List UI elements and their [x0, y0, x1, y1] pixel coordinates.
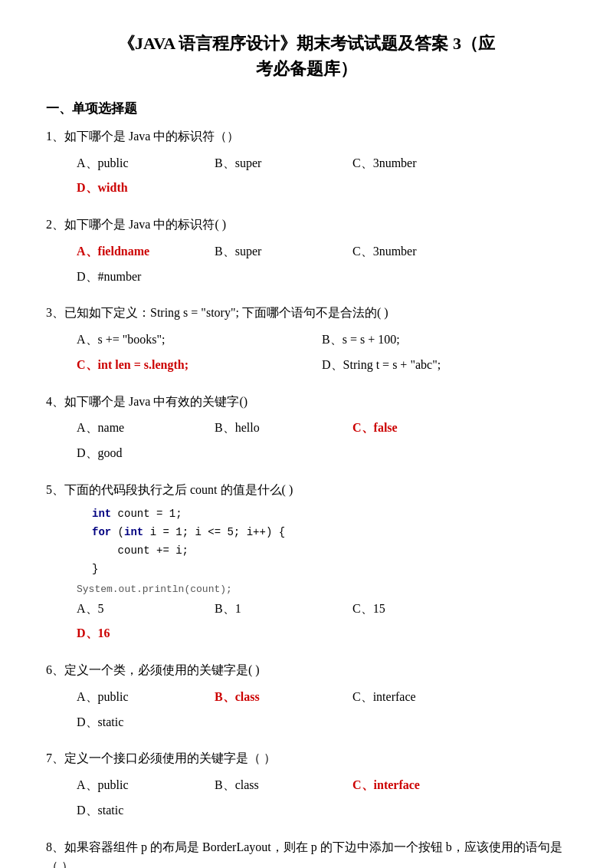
- q5-options: A、5 B、1 C、15 D、16: [46, 598, 567, 646]
- q5-optC: C、15: [352, 598, 490, 620]
- q4-optB: B、hello: [215, 417, 352, 439]
- section-title: 一、单项选择题: [46, 100, 567, 117]
- question-4: 4、如下哪个是 Java 中有效的关键字() A、name B、hello C、…: [46, 392, 567, 465]
- q5-optB: B、1: [215, 598, 352, 620]
- question-3: 3、已知如下定义：String s = "story"; 下面哪个语句不是合法的…: [46, 303, 567, 376]
- q6-optC: C、interface: [352, 686, 490, 709]
- q1-optB: B、super: [215, 153, 352, 175]
- q7-optD: D、static: [77, 800, 215, 822]
- q5-text: 5、下面的代码段执行之后 count 的值是什么( ): [46, 480, 567, 500]
- q6-optD: D、static: [77, 712, 215, 734]
- q5-optA: A、5: [77, 598, 215, 620]
- q4-options: A、name B、hello C、false D、good: [46, 417, 567, 465]
- q3-text: 3、已知如下定义：String s = "story"; 下面哪个语句不是合法的…: [46, 303, 567, 323]
- q4-optC: C、false: [352, 417, 490, 439]
- q2-optB: B、super: [215, 241, 352, 263]
- q2-optD: D、#number: [77, 266, 215, 288]
- q7-optA: A、public: [77, 774, 215, 797]
- question-2: 2、如下哪个是 Java 中的标识符( ) A、fieldname B、supe…: [46, 215, 567, 288]
- q7-text: 7、定义一个接口必须使用的关键字是（ ）: [46, 748, 567, 768]
- question-5: 5、下面的代码段执行之后 count 的值是什么( ) int count = …: [46, 480, 567, 645]
- q7-options: A、public B、class C、interface D、static: [46, 774, 567, 822]
- q3-optC: C、int len = s.length;: [77, 354, 322, 376]
- page-title: 《JAVA 语言程序设计》期末考试试题及答案 3（应 考必备题库）: [46, 31, 567, 81]
- q5-optD: D、16: [77, 623, 215, 645]
- q1-optA: A、public: [77, 153, 215, 175]
- q6-options: A、public B、class C、interface D、static: [46, 686, 567, 734]
- q1-text: 1、如下哪个是 Java 中的标识符（）: [46, 127, 567, 146]
- q4-text: 4、如下哪个是 Java 中有效的关键字(): [46, 392, 567, 412]
- q2-optA: A、fieldname: [77, 241, 215, 263]
- q2-text: 2、如下哪个是 Java 中的标识符( ): [46, 215, 567, 235]
- q4-optD: D、good: [77, 442, 215, 465]
- question-1: 1、如下哪个是 Java 中的标识符（） A、public B、super C、…: [46, 127, 567, 199]
- q2-options: A、fieldname B、super C、3number D、#number: [46, 241, 567, 288]
- q6-optB: B、class: [215, 686, 352, 709]
- q2-optC: C、3number: [352, 241, 490, 263]
- q1-optD: D、width: [77, 177, 215, 199]
- q4-optA: A、name: [77, 417, 215, 439]
- question-7: 7、定义一个接口必须使用的关键字是（ ） A、public B、class C、…: [46, 748, 567, 821]
- q3-options: A、s += "books"; B、s = s + 100; C、int len…: [46, 329, 567, 376]
- q3-optA: A、s += "books";: [77, 329, 322, 351]
- q8-text: 8、如果容器组件 p 的布局是 BorderLayout，则在 p 的下边中添加…: [46, 837, 567, 869]
- q1-optC: C、3number: [352, 153, 490, 175]
- q7-optB: B、class: [215, 774, 352, 797]
- q1-options: A、public B、super C、3number D、width: [46, 153, 567, 200]
- question-8: 8、如果容器组件 p 的布局是 BorderLayout，则在 p 的下边中添加…: [46, 837, 567, 869]
- q3-optB: B、s = s + 100;: [322, 329, 567, 351]
- q6-text: 6、定义一个类，必须使用的关键字是( ): [46, 660, 567, 680]
- q3-optD: D、String t = s + "abc";: [322, 354, 567, 376]
- q5-sysout: System.out.println(count);: [46, 584, 567, 595]
- question-6: 6、定义一个类，必须使用的关键字是( ) A、public B、class C、…: [46, 660, 567, 733]
- q7-optC: C、interface: [352, 774, 490, 797]
- q5-code: int count = 1; for (int i = 1; i <= 5; i…: [46, 505, 567, 578]
- q6-optA: A、public: [77, 686, 215, 709]
